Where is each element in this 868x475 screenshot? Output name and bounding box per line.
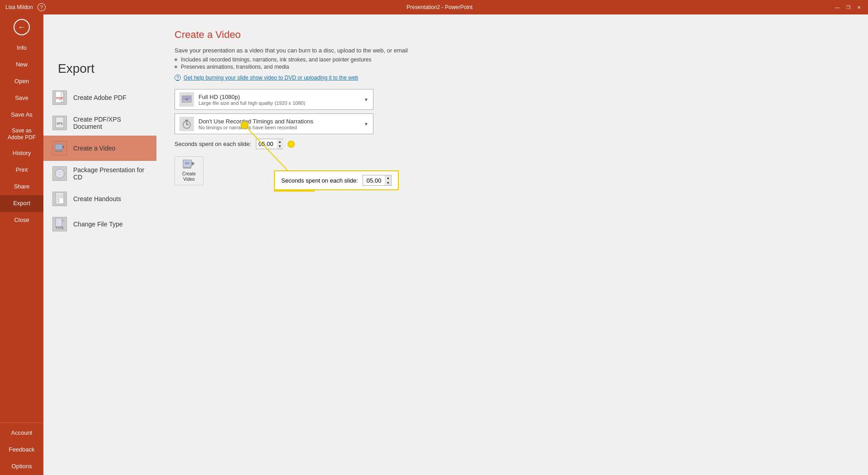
timing-dropdown-label: Don't Use Recorded Timings and Narration… bbox=[198, 118, 360, 125]
minimize-button[interactable]: — bbox=[834, 4, 841, 11]
section-description: Save your presentation as a video that y… bbox=[175, 47, 850, 54]
seconds-up-button[interactable]: ▲ bbox=[277, 140, 283, 144]
annotation-down-btn[interactable]: ▼ bbox=[385, 180, 391, 185]
nav-package-cd[interactable]: Package Presentation for CD bbox=[43, 161, 156, 186]
timing-dropdown[interactable]: Don't Use Recorded Timings and Narration… bbox=[175, 113, 373, 134]
svg-text:XPS: XPS bbox=[57, 122, 63, 125]
bullet-list: Includes all recorded timings, narration… bbox=[175, 56, 850, 70]
titlebar-title: Presentation2 - PowerPoint bbox=[46, 4, 834, 10]
seconds-down-button[interactable]: ▼ bbox=[277, 144, 283, 149]
quality-dropdown[interactable]: HD Full HD (1080p) Large file size and f… bbox=[175, 89, 373, 110]
svg-point-9 bbox=[59, 173, 61, 174]
nav-change-file-type[interactable]: TYPE Change File Type bbox=[43, 212, 156, 237]
timing-dropdown-icon bbox=[179, 117, 194, 131]
close-button[interactable]: ✕ bbox=[855, 4, 863, 11]
annotation-box: Seconds spent on each slide: 05.00 ▲ ▼ bbox=[274, 170, 399, 190]
sidebar-item-open[interactable]: Open bbox=[0, 73, 43, 90]
sidebar-item-save[interactable]: Save bbox=[0, 90, 43, 107]
bullet-dot-2 bbox=[175, 66, 177, 68]
svg-rect-14 bbox=[56, 218, 62, 226]
svg-rect-7 bbox=[55, 150, 62, 152]
quality-dropdown-arrow: ▼ bbox=[364, 97, 368, 102]
svg-marker-15 bbox=[62, 218, 65, 221]
highlight-dot bbox=[288, 141, 295, 148]
svg-rect-13 bbox=[57, 199, 59, 202]
help-link[interactable]: ? Get help burning your slide show video… bbox=[175, 75, 850, 81]
svg-rect-25 bbox=[185, 162, 189, 165]
svg-text:TYPE: TYPE bbox=[56, 226, 64, 230]
timing-dropdown-sub: No timings or narrations have been recor… bbox=[198, 125, 360, 130]
sidebar-item-info[interactable]: Info bbox=[0, 40, 43, 56]
quality-dropdown-sub: Large file size and full high quality (1… bbox=[198, 100, 360, 106]
create-video-btn-label: CreateVideo bbox=[182, 171, 196, 182]
svg-text:HD: HD bbox=[185, 98, 189, 101]
sidebar-item-save-adobe[interactable]: Save as Adobe PDF bbox=[0, 123, 43, 145]
nav-label-package-cd: Package Presentation for CD bbox=[73, 166, 147, 181]
nav-label-create-pdf-xps: Create PDF/XPS Document bbox=[73, 116, 147, 130]
annotation-underline bbox=[274, 190, 315, 192]
nav-create-pdf-xps[interactable]: XPS Create PDF/XPS Document bbox=[43, 110, 156, 136]
nav-create-adobe-pdf[interactable]: PDF Create Adobe PDF bbox=[43, 85, 156, 110]
seconds-input-wrap: ▲ ▼ bbox=[256, 139, 283, 149]
package-cd-icon bbox=[52, 166, 67, 181]
sidebar-item-export[interactable]: Export bbox=[0, 195, 43, 212]
sidebar-item-close[interactable]: Close bbox=[0, 212, 43, 229]
quality-dropdown-icon: HD bbox=[179, 92, 194, 107]
sidebar-item-feedback[interactable]: Feedback bbox=[0, 442, 43, 458]
help-icon: ? bbox=[175, 75, 181, 81]
svg-marker-24 bbox=[192, 161, 195, 166]
seconds-input[interactable] bbox=[256, 139, 277, 149]
sidebar-item-share[interactable]: Share bbox=[0, 179, 43, 195]
sidebar-item-print[interactable]: Print bbox=[0, 162, 43, 179]
seconds-spinners: ▲ ▼ bbox=[277, 140, 283, 149]
svg-rect-12 bbox=[60, 194, 63, 198]
seconds-row: Seconds spent on each slide: ▲ ▼ bbox=[175, 139, 850, 149]
create-video-button[interactable]: CreateVideo bbox=[175, 156, 203, 185]
create-pdf-xps-icon: XPS bbox=[52, 116, 67, 130]
seconds-label: Seconds spent on each slide: bbox=[175, 141, 251, 147]
section-title: Create a Video bbox=[175, 29, 850, 41]
quality-dropdown-label: Full HD (1080p) bbox=[198, 94, 360, 100]
back-button[interactable]: ← bbox=[0, 14, 43, 40]
svg-text:PDF: PDF bbox=[56, 96, 63, 100]
svg-rect-11 bbox=[57, 194, 59, 198]
annotation-up-btn[interactable]: ▲ bbox=[385, 175, 391, 180]
annotation-label: Seconds spent on each slide: bbox=[281, 177, 358, 184]
content-area: Export PDF Create Adobe PDF XPS Create P… bbox=[43, 14, 868, 475]
nav-label-create-adobe-pdf: Create Adobe PDF bbox=[73, 94, 127, 101]
export-main: Create a Video Save your presentation as… bbox=[156, 14, 868, 475]
timing-dropdown-arrow: ▼ bbox=[364, 122, 368, 127]
window-controls: — ❐ ✕ bbox=[834, 4, 863, 11]
sidebar-item-options[interactable]: Options bbox=[0, 458, 43, 475]
sidebar: ← Info New Open Save Save As Save as Ado… bbox=[0, 14, 43, 475]
bullet-dot-1 bbox=[175, 58, 177, 61]
annotation-spinners: ▲ ▼ bbox=[385, 175, 391, 185]
change-file-type-icon: TYPE bbox=[52, 217, 67, 231]
svg-marker-6 bbox=[63, 146, 65, 148]
sidebar-item-new[interactable]: New bbox=[0, 56, 43, 73]
bullet-item-1: Includes all recorded timings, narration… bbox=[175, 56, 850, 63]
annotation-input-wrap: 05.00 ▲ ▼ bbox=[363, 175, 392, 186]
create-adobe-pdf-icon: PDF bbox=[52, 90, 67, 105]
annotation-value: 05.00 bbox=[363, 176, 385, 185]
create-handouts-icon bbox=[52, 192, 67, 206]
nav-create-video[interactable]: Create a Video bbox=[43, 136, 156, 161]
svg-rect-26 bbox=[183, 167, 191, 169]
nav-create-handouts[interactable]: Create Handouts bbox=[43, 186, 156, 212]
nav-label-change-file-type: Change File Type bbox=[73, 221, 123, 228]
sidebar-item-save-as[interactable]: Save As bbox=[0, 107, 43, 123]
titlebar-user: Lisa Mildon ? bbox=[5, 3, 46, 11]
restore-button[interactable]: ❐ bbox=[844, 4, 852, 11]
create-video-icon bbox=[52, 141, 67, 155]
nav-label-create-handouts: Create Handouts bbox=[73, 195, 121, 202]
sidebar-item-history[interactable]: History bbox=[0, 145, 43, 162]
sidebar-item-account[interactable]: Account bbox=[0, 425, 43, 442]
titlebar: Lisa Mildon ? Presentation2 - PowerPoint… bbox=[0, 0, 868, 14]
page-title: Export bbox=[43, 51, 156, 85]
svg-rect-5 bbox=[55, 144, 62, 150]
export-nav: Export PDF Create Adobe PDF XPS Create P… bbox=[43, 14, 156, 475]
bullet-item-2: Preserves animations, transitions, and m… bbox=[175, 64, 850, 70]
nav-label-create-video: Create a Video bbox=[73, 145, 115, 152]
